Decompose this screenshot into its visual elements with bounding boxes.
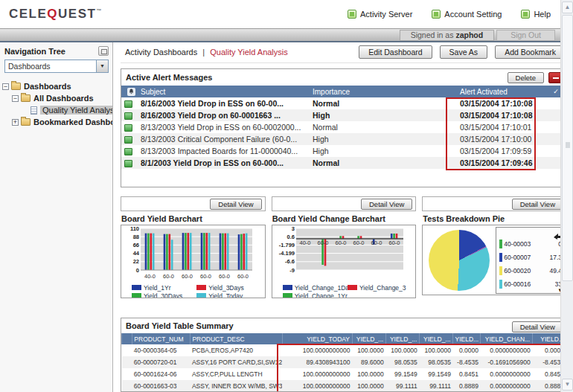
summary-column-header[interactable]: YIELD_... [353,333,386,344]
tree-item-all-dashboards[interactable]: −All Dashboards [0,92,112,104]
alert-row[interactable]: 8/16/2003 Yield Drop on 60-0001663 ...Hi… [121,109,566,121]
signed-in-label: Signed in as zaphod [400,30,494,41]
column-header-alert-activated[interactable]: Alert Activated [457,86,545,97]
detail-view-button[interactable]: Detail View [512,199,563,210]
summary-column-header[interactable]: YIELD... [453,333,481,344]
svg-text:0.6: 0.6 [286,234,294,240]
column-header-importance[interactable]: Importance [310,86,457,97]
board-yield-barchart-panel: Detail View Board Yield Barchart 1108866… [121,196,266,298]
legend-item-yield-change-1da: Yield_Change_1Da [283,283,348,292]
help-link[interactable]: Help [521,10,551,19]
alert-row[interactable]: 8/1/2003 Yield Drop in ESS on 60-000...N… [121,157,566,169]
main-area: Activity Dashboards | Quality Yield Anal… [113,42,573,392]
expand-icon[interactable]: + [12,119,19,126]
svg-text:60-0: 60-0 [371,240,382,246]
summary-row[interactable]: 40-0000364-05PCBA,EROS,AP7420100.0000000… [122,344,567,356]
svg-text:60-0: 60-0 [388,240,400,246]
summary-column-header[interactable] [122,333,132,344]
sign-out-button[interactable]: Sign Out [496,30,555,41]
active-alerts-panel: Active Alert Messages Delete Subject Imp… [121,68,567,187]
collapse-icon[interactable]: − [12,95,19,102]
breadcrumb: Activity Dashboards | Quality Yield Anal… [122,48,288,57]
legend-item-yield-change-3: Yield_Change_3 [348,283,412,292]
alert-message-icon [124,112,132,120]
save-as-button[interactable]: Save As [440,45,488,59]
summary-column-header[interactable]: YIELD_TODAY [282,333,352,344]
column-header-subject[interactable]: Subject [138,86,310,97]
alert-row[interactable]: 8/16/2003 Yield Drop in ESS on 60-00...N… [121,97,566,109]
edit-dashboard-button[interactable]: Edit Dashboard [359,45,432,59]
board-yield-change-barchart: 30.6-1.799-4.199-6.6-940-060-060-060-060… [274,226,406,280]
add-bookmark-button[interactable]: Add Bookmark [495,45,566,59]
summary-row[interactable]: 60-0001624-06ASSY,CP,PULL LENGTH100.0000… [122,368,567,380]
board-yield-change-barchart-panel: Detail View Board Yield Change Barchart … [272,196,417,298]
svg-text:60-0: 60-0 [219,273,230,280]
pie-legend-entry: 60-0002049.4 [499,264,562,277]
celequest-logo: CELEQUEST™ [9,7,101,22]
summary-column-header[interactable]: PRODUCT_DESC [191,333,282,344]
alert-table-header: Subject Importance Alert Activated ✓ [121,86,566,97]
legend-label: Yield_1Yr [144,284,171,292]
board-yield-change-barchart-legend: Yield_Change_1DaYield_Change_3Yield_Chan… [274,283,414,298]
svg-text:3: 3 [292,226,295,232]
svg-text:22: 22 [133,258,139,265]
activity-server-link[interactable]: Activity Server [348,10,412,19]
delete-button[interactable]: Delete [508,72,544,83]
activity-server-icon [348,10,356,19]
account-setting-link[interactable]: Account Setting [432,10,502,19]
summary-column-header[interactable]: PRODUCT_NUM [132,333,191,344]
account-setting-icon [432,10,441,19]
legend-label: 40-00003 [504,240,540,248]
summary-column-header[interactable]: YIELD_... [420,333,453,344]
legend-label: Yield_Change_3 [359,284,406,292]
alert-table: Subject Importance Alert Activated ✓ 8/1… [121,86,566,169]
svg-text:-1.799: -1.799 [278,242,294,248]
svg-text:-9: -9 [289,267,295,274]
tree-item-label: All Dashboards [33,94,94,103]
scroll-up-icon[interactable]: ▲ [562,1,573,13]
svg-text:60-0: 60-0 [237,273,249,280]
tree-item-label: Dashboards [24,82,71,91]
pie-legend-entry: 60-0000717.3 [499,251,562,264]
alert-message-icon [124,124,132,132]
breadcrumb-path[interactable]: Activity Dashboards [125,48,197,57]
pie-legend: 40-00003060-0000717.360-0002049.460-0001… [496,227,565,294]
scroll-down-icon[interactable]: ▼ [562,379,573,391]
tree-item-dashboards[interactable]: −Dashboards [0,80,112,92]
summary-row[interactable]: 60-0000720-01ASSY,16 PORT CARD,SI,SW1200… [122,356,567,368]
content: Navigation Tree Dashboards ▼ −Dashboards… [0,42,573,392]
help-label: Help [534,10,551,19]
detail-view-button[interactable]: Detail View [512,321,563,332]
board-yield-barchart-legend: Yield_1YrYield_3DaysYield_30DaysYield_To… [123,283,263,298]
chevron-down-icon[interactable]: ▼ [96,60,108,72]
legend-item-yield-change-1yr: Yield_Change_1Yr [283,292,348,298]
legend-label: Yield_3Days [208,284,243,292]
legend-label: Yield_Change_1Da [295,284,348,292]
alert-row[interactable]: 8/13/2003 Critical Component Failure (60… [121,133,566,145]
alert-row[interactable]: 8/13/2003 Impacted Boards for 11-0000040… [121,145,566,157]
collapse-icon[interactable]: − [2,83,9,90]
breadcrumb-separator: | [202,48,205,57]
scrollbar-thumb[interactable] [562,15,573,281]
svg-text:60-0: 60-0 [200,273,211,280]
alert-row[interactable]: 8/13/2003 Yield Drop in ESS on 60-000200… [121,121,566,133]
svg-text:60-0: 60-0 [182,273,193,280]
svg-text:44: 44 [133,250,140,257]
panel-toggle-icon[interactable] [98,46,109,56]
page: CELEQUEST™ Activity Server Account Setti… [0,0,573,392]
summary-column-header[interactable]: YIELD_CHAN... [481,333,533,344]
detail-view-button[interactable]: Detail View [210,199,261,210]
legend-item-yield-1yr: Yield_1Yr [132,283,196,292]
dashboards-dropdown[interactable]: Dashboards ▼ [4,60,109,73]
charts-row: Detail View Board Yield Barchart 1108866… [121,196,567,298]
summary-column-header[interactable]: YIELD_... [386,333,420,344]
tests-breakdown-pie-panel: Detail View Tests Breakdown Pie 40-00003… [422,196,567,298]
svg-text:40-0: 40-0 [299,240,310,246]
tests-breakdown-pie-title: Tests Breakdown Pie [423,214,567,223]
vertical-scrollbar[interactable]: ▲ ▼ [560,0,573,392]
tree-item-bookmarked-dashboards[interactable]: +Bookmarked Dashboards [0,116,112,128]
summary-row[interactable]: 60-0001663-03ASSY, INNER BOX W/MB, SW360… [122,380,567,392]
tree-item-quality-yield-analysis[interactable]: Quality Yield Analysis [0,104,112,116]
pie-legend-entry: 40-000030 [499,237,562,251]
detail-view-button[interactable]: Detail View [361,199,412,210]
